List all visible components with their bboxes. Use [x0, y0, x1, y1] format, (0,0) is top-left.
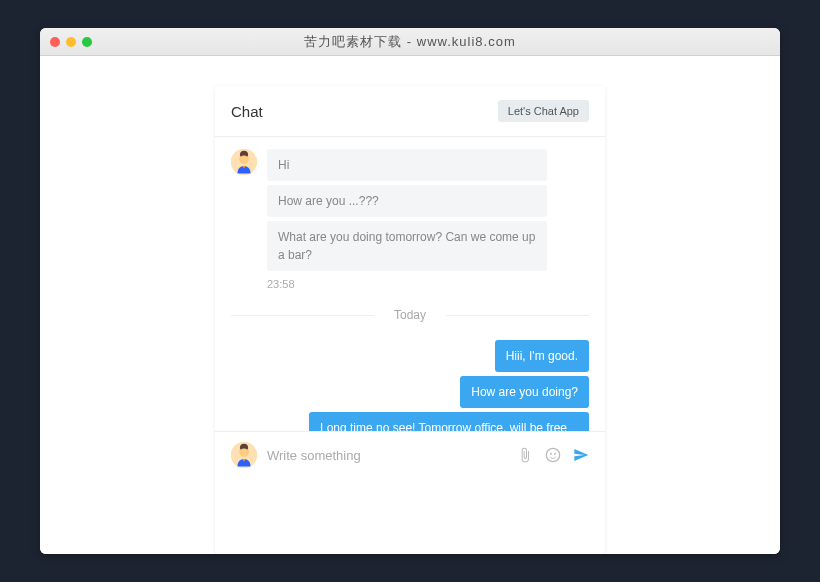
chat-input-row — [215, 431, 605, 478]
date-divider: Today — [231, 308, 589, 322]
send-icon[interactable] — [573, 447, 589, 463]
window-body: Chat Let's Chat App Hi How are you ...??… — [40, 56, 780, 554]
message-bubble: Hi — [267, 149, 547, 181]
message-bubble: Long time no see! Tomorrow office. will … — [309, 412, 589, 431]
svg-point-7 — [550, 453, 552, 455]
incoming-group: Hi How are you ...??? What are you doing… — [231, 149, 589, 290]
svg-point-8 — [554, 453, 556, 455]
message-input[interactable] — [267, 448, 507, 463]
svg-point-5 — [240, 449, 248, 457]
svg-point-2 — [240, 156, 248, 164]
chat-body[interactable]: Hi How are you ...??? What are you doing… — [215, 136, 605, 431]
avatar — [231, 442, 257, 468]
emoji-icon[interactable] — [545, 447, 561, 463]
window-title: 苦力吧素材下载 - www.kuli8.com — [40, 33, 780, 51]
incoming-messages: Hi How are you ...??? What are you doing… — [267, 149, 547, 290]
message-bubble: What are you doing tomorrow? Can we come… — [267, 221, 547, 271]
chat-title: Chat — [231, 103, 263, 120]
svg-point-6 — [546, 448, 559, 461]
chat-header: Chat Let's Chat App — [215, 86, 605, 136]
window-titlebar: 苦力吧素材下载 - www.kuli8.com — [40, 28, 780, 56]
message-bubble: Hiii, I'm good. — [495, 340, 589, 372]
message-bubble: How are you doing? — [460, 376, 589, 408]
message-bubble: How are you ...??? — [267, 185, 547, 217]
outgoing-group: Hiii, I'm good. How are you doing? Long … — [231, 340, 589, 431]
message-time: 23:58 — [267, 278, 547, 290]
chat-app-button[interactable]: Let's Chat App — [498, 100, 589, 122]
attachment-icon[interactable] — [517, 447, 533, 463]
browser-window: 苦力吧素材下载 - www.kuli8.com Chat Let's Chat … — [40, 28, 780, 554]
outgoing-messages: Hiii, I'm good. How are you doing? Long … — [309, 340, 589, 431]
chat-card: Chat Let's Chat App Hi How are you ...??… — [215, 86, 605, 554]
avatar — [231, 149, 257, 175]
input-icons — [517, 447, 589, 463]
